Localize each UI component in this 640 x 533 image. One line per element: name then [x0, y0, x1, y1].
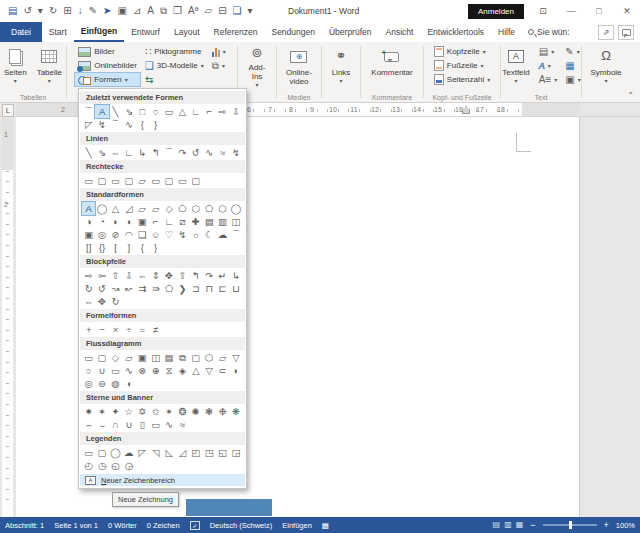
shape-item[interactable]: ⇨ [82, 269, 95, 282]
shape-item[interactable]: ⊔ [229, 282, 242, 295]
smartart-button[interactable]: ⇆ [142, 73, 207, 86]
shape-item[interactable]: [] [82, 241, 95, 254]
shape-item[interactable]: ☁ [122, 446, 135, 459]
shape-item[interactable]: ◰ [189, 446, 202, 459]
bilder-button[interactable]: Bilder [75, 45, 140, 58]
shape-item[interactable]: ▭ [82, 351, 95, 364]
shape-item[interactable]: ⇧ [109, 269, 122, 282]
shape-item[interactable]: ] [122, 241, 135, 254]
wordart-button[interactable]: A ▾ [536, 59, 561, 72]
shape-item[interactable]: ✶ [95, 405, 108, 418]
tell-me-search[interactable]: Sie wün: [522, 22, 576, 42]
shape-item[interactable]: ▢ [189, 351, 202, 364]
shape-item[interactable]: ◗ [229, 364, 242, 377]
shape-item[interactable]: ╲ [109, 105, 122, 118]
shape-item[interactable]: ⊐ [189, 282, 202, 295]
print-layout-icon[interactable]: ▥ [504, 521, 512, 529]
tab-hilfe[interactable]: Hilfe [491, 22, 522, 42]
shape-item[interactable]: ❏ [136, 228, 149, 241]
shape-item[interactable]: } [149, 241, 162, 254]
quickparts-button[interactable]: ▤ ▾ [536, 45, 561, 58]
shape-item[interactable]: ≈ [176, 418, 189, 431]
zoom-in-button[interactable]: + [604, 521, 609, 530]
tab-einfügen[interactable]: Einfügen [74, 22, 124, 42]
shape-item[interactable]: ◇ [109, 351, 122, 364]
shape-item[interactable]: ○ [82, 364, 95, 377]
ribbon-display-options-icon[interactable]: ⊡ [534, 6, 552, 16]
redo-icon[interactable]: ↻ [49, 6, 57, 16]
seitenzahl-button[interactable]: Seitenzahl ▾ [431, 73, 493, 86]
shape-item[interactable]: ▱ [136, 174, 149, 187]
shape-item[interactable]: ⇔ [109, 146, 122, 159]
shape-item[interactable]: ▭ [149, 418, 162, 431]
shape-item[interactable]: ⬡ [189, 202, 202, 215]
shape-item[interactable]: ⌣ [95, 418, 108, 431]
comments-button[interactable] [618, 25, 634, 40]
qat-customize-icon[interactable]: ▾ [248, 6, 253, 16]
collapse-ribbon-icon[interactable]: ⌃ [627, 91, 634, 100]
shape-item[interactable]: ◈ [176, 364, 189, 377]
shape-item[interactable]: ▱ [122, 351, 135, 364]
shape-item[interactable]: − [95, 323, 108, 336]
print-icon[interactable]: ⊟ [218, 6, 226, 16]
shape-item[interactable]: ⊜ [95, 377, 108, 390]
shape-item[interactable]: ⌐ [203, 105, 216, 118]
shape-item[interactable]: ☺ [149, 228, 162, 241]
shape-item[interactable]: ❋ [229, 405, 242, 418]
shape-item[interactable]: ↻ [82, 282, 95, 295]
copy-icon[interactable]: ⧉ [160, 6, 167, 16]
shape-item[interactable]: ❯ [176, 282, 189, 295]
touch-mode-icon[interactable]: ⊞ [63, 6, 71, 16]
paste-icon[interactable]: ❐ [173, 6, 182, 16]
shape-item[interactable]: ↜ [122, 282, 135, 295]
word-count[interactable]: 0 Wörter [108, 521, 137, 530]
symbole-button[interactable]: Ω Symbole [586, 45, 625, 90]
shape-item[interactable]: ✺ [189, 405, 202, 418]
shape-item[interactable]: ↰ [149, 146, 162, 159]
shape-item[interactable]: ↷ [176, 146, 189, 159]
shape-item[interactable]: ◿ [176, 446, 189, 459]
fusszeile-button[interactable]: Fußzeile ▾ [431, 59, 493, 72]
shape-item[interactable]: ▱ [216, 351, 229, 364]
signature-line-button[interactable]: ✎ ▾ [562, 45, 583, 58]
shape-item[interactable]: ↵ [216, 269, 229, 282]
tab-layout[interactable]: Layout [167, 22, 207, 42]
tab-datei[interactable]: Datei [0, 22, 42, 42]
shape-item[interactable]: {} [95, 241, 108, 254]
shape-item[interactable]: ◯ [229, 202, 242, 215]
shape-item[interactable]: ◎ [95, 228, 108, 241]
shape-item[interactable]: ◫ [229, 215, 242, 228]
shape-item[interactable]: ▢ [122, 174, 135, 187]
shape-item[interactable]: ▱ [136, 202, 149, 215]
shape-item[interactable]: ☁ [216, 228, 229, 241]
minimize-button[interactable]: — [562, 6, 580, 16]
shape-item[interactable]: + [82, 323, 95, 336]
shape-item[interactable]: ◺ [162, 446, 175, 459]
shape-item[interactable]: ↝ [109, 282, 122, 295]
shape-item[interactable]: ⊘ [109, 228, 122, 241]
read-mode-icon[interactable]: ▤ [493, 521, 501, 529]
shape-item[interactable]: ◠ [122, 228, 135, 241]
zoom-slider[interactable] [543, 524, 597, 526]
vertical-ruler[interactable]: 1 2 [2, 118, 13, 517]
new-drawing-icon[interactable]: ❏ [233, 6, 242, 16]
shape-item[interactable]: ☼ [189, 228, 202, 241]
shape-item[interactable]: ◔ [95, 215, 108, 228]
shape-item[interactable]: = [136, 323, 149, 336]
shape-item[interactable]: ⇛ [149, 282, 162, 295]
undo-icon[interactable]: ↺ [23, 6, 31, 16]
tab-überprüfen[interactable]: Überprüfen [322, 22, 379, 42]
piktogramme-button[interactable]: ∷ Piktogramme [142, 45, 207, 58]
shape-item[interactable]: ⬠ [176, 202, 189, 215]
shape-item[interactable]: ÷ [122, 323, 135, 336]
close-button[interactable]: ✕ [618, 6, 636, 16]
shape-item[interactable]: ▣ [82, 228, 95, 241]
shape-item[interactable]: ⌐ [149, 215, 162, 228]
links-button[interactable]: ⚭ Links [328, 45, 355, 90]
shape-item[interactable]: ↳ [136, 146, 149, 159]
add-ins-button[interactable]: ⊚ Add-Ins [240, 45, 274, 90]
shape-item[interactable]: ∟ [162, 215, 175, 228]
shape-item[interactable]: ∩ [109, 418, 122, 431]
shape-item[interactable]: △ [189, 364, 202, 377]
font-color-icon[interactable]: A [147, 6, 154, 16]
